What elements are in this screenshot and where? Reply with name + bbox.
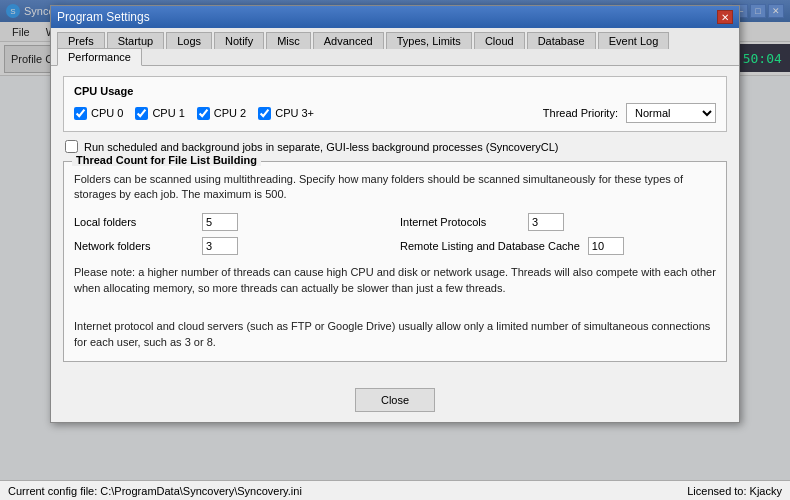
dialog-close-button[interactable]: ✕ <box>717 10 733 24</box>
thread-priority-label: Thread Priority: <box>543 107 618 119</box>
tab-advanced[interactable]: Advanced <box>313 32 384 49</box>
tab-event-log[interactable]: Event Log <box>598 32 670 49</box>
dialog-content: CPU Usage CPU 0 CPU 1 <box>51 66 739 380</box>
cpu2-checkbox[interactable] <box>197 107 210 120</box>
close-button[interactable]: Close <box>355 388 435 412</box>
dialog-title: Program Settings <box>57 10 717 24</box>
tab-logs[interactable]: Logs <box>166 32 212 49</box>
cpu2-check-item[interactable]: CPU 2 <box>197 107 246 120</box>
dialog-overlay: Program Settings ✕ Prefs Startup Logs No… <box>0 0 790 500</box>
cpu3-checkbox[interactable] <box>258 107 271 120</box>
tab-cloud[interactable]: Cloud <box>474 32 525 49</box>
thread-note-2: Internet protocol and cloud servers (suc… <box>74 319 716 351</box>
thread-priority-area: Thread Priority: Normal Low Below Normal… <box>543 103 716 123</box>
thread-count-description: Folders can be scanned using multithread… <box>74 172 716 203</box>
local-folders-row: Local folders <box>74 213 390 231</box>
status-bar: Current config file: C:\ProgramData\Sync… <box>0 480 790 500</box>
thread-count-group: Thread Count for File List Building Fold… <box>63 161 727 362</box>
tab-notify[interactable]: Notify <box>214 32 264 49</box>
local-folders-label: Local folders <box>74 216 194 228</box>
thread-count-group-title: Thread Count for File List Building <box>72 154 261 166</box>
cpu1-label: CPU 1 <box>152 107 184 119</box>
tab-prefs[interactable]: Prefs <box>57 32 105 49</box>
bg-jobs-label: Run scheduled and background jobs in sep… <box>84 141 558 153</box>
cpu0-checkbox[interactable] <box>74 107 87 120</box>
cpu-usage-title: CPU Usage <box>74 85 716 97</box>
local-folders-input[interactable] <box>202 213 238 231</box>
thread-fields-grid: Local folders Internet Protocols Network… <box>74 213 716 255</box>
dialog-titlebar: Program Settings ✕ <box>51 6 739 28</box>
thread-priority-select[interactable]: Normal Low Below Normal Above Normal Hig… <box>626 103 716 123</box>
cpu0-label: CPU 0 <box>91 107 123 119</box>
cpu2-label: CPU 2 <box>214 107 246 119</box>
cpu-checkboxes: CPU 0 CPU 1 CPU 2 <box>74 107 314 120</box>
tab-startup[interactable]: Startup <box>107 32 164 49</box>
internet-protocols-input[interactable] <box>528 213 564 231</box>
cpu0-check-item[interactable]: CPU 0 <box>74 107 123 120</box>
tab-misc[interactable]: Misc <box>266 32 311 49</box>
cpu3-label: CPU 3+ <box>275 107 314 119</box>
main-window: S Syncovery 9.09d (64 Bit) ─ □ ✕ File Wi… <box>0 0 790 500</box>
internet-protocols-label: Internet Protocols <box>400 216 520 228</box>
remote-listing-input[interactable] <box>588 237 624 255</box>
network-folders-input[interactable] <box>202 237 238 255</box>
bg-jobs-checkbox[interactable] <box>65 140 78 153</box>
dialog-tabs: Prefs Startup Logs Notify Misc Advanced … <box>51 28 739 66</box>
cpu-usage-section: CPU Usage CPU 0 CPU 1 <box>63 76 727 132</box>
internet-protocols-row: Internet Protocols <box>400 213 716 231</box>
program-settings-dialog: Program Settings ✕ Prefs Startup Logs No… <box>50 5 740 423</box>
network-folders-label: Network folders <box>74 240 194 252</box>
tab-performance[interactable]: Performance <box>57 48 142 66</box>
cpu-controls-row: CPU 0 CPU 1 CPU 2 <box>74 103 716 123</box>
cpu1-check-item[interactable]: CPU 1 <box>135 107 184 120</box>
thread-note-1: Please note: a higher number of threads … <box>74 265 716 297</box>
bg-jobs-row: Run scheduled and background jobs in sep… <box>63 140 727 153</box>
remote-listing-row: Remote Listing and Database Cache <box>400 237 716 255</box>
remote-listing-label: Remote Listing and Database Cache <box>400 240 580 252</box>
cpu1-checkbox[interactable] <box>135 107 148 120</box>
tab-database[interactable]: Database <box>527 32 596 49</box>
cpu3-check-item[interactable]: CPU 3+ <box>258 107 314 120</box>
tab-types-limits[interactable]: Types, Limits <box>386 32 472 49</box>
network-folders-row: Network folders <box>74 237 390 255</box>
config-file-path: Current config file: C:\ProgramData\Sync… <box>8 485 302 497</box>
dialog-footer: Close <box>51 380 739 422</box>
license-info: Licensed to: Kjacky <box>687 485 782 497</box>
